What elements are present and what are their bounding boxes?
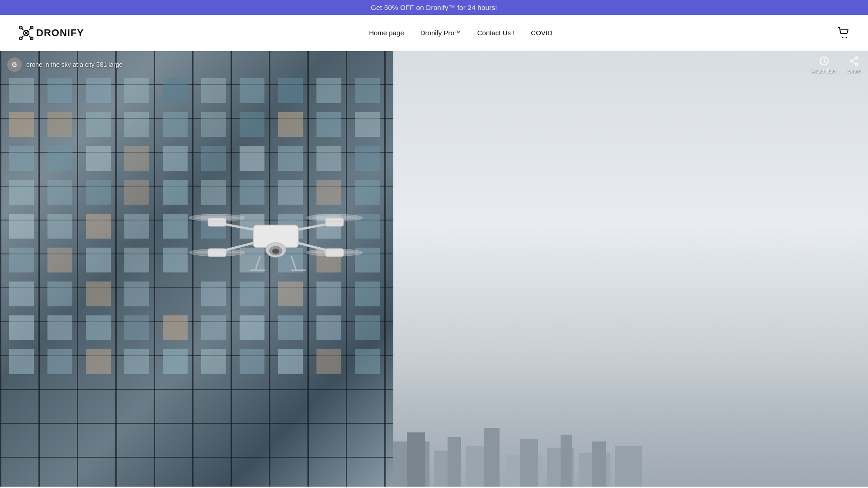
video-area[interactable]: G drone in the sky at a city 581 large W… <box>0 51 868 487</box>
site-header: DRONIFY Home page Dronify Pro™ Contact U… <box>0 15 868 51</box>
share-button[interactable]: Share <box>848 56 861 74</box>
svg-rect-46 <box>592 441 606 487</box>
video-title-area: G drone in the sky at a city 581 large <box>7 57 123 72</box>
svg-rect-44 <box>561 435 572 487</box>
video-right-panel <box>393 51 868 487</box>
svg-point-24 <box>194 216 240 220</box>
watch-later-icon <box>819 56 830 66</box>
promo-text: Get 50% OFF on Dronify™ for 24 hours! <box>371 4 497 11</box>
drone-visual <box>181 189 371 279</box>
svg-rect-36 <box>407 432 425 487</box>
video-top-right-controls: Watch later Share <box>811 56 861 74</box>
svg-point-30 <box>312 250 357 255</box>
svg-rect-38 <box>448 437 461 487</box>
nav-covid[interactable]: COVID <box>531 29 552 37</box>
share-label: Share <box>848 68 861 74</box>
share-icon <box>849 56 859 66</box>
svg-point-50 <box>850 60 853 62</box>
svg-point-26 <box>312 216 357 220</box>
watch-later-label: Watch later <box>811 68 836 74</box>
svg-rect-47 <box>615 446 642 487</box>
promo-banner: Get 50% OFF on Dronify™ for 24 hours! <box>0 0 868 15</box>
svg-rect-40 <box>484 428 500 487</box>
logo-text: DRONIFY <box>36 27 84 39</box>
nav-contact[interactable]: Contact Us ! <box>477 29 515 37</box>
svg-rect-42 <box>520 439 538 487</box>
video-title: drone in the sky at a city 581 large <box>26 61 123 68</box>
video-left-panel <box>0 51 393 487</box>
channel-avatar: G <box>7 57 22 72</box>
cart-icon <box>837 27 850 39</box>
svg-line-32 <box>292 257 296 270</box>
svg-point-14 <box>272 249 279 254</box>
svg-line-53 <box>853 62 856 64</box>
logo[interactable]: DRONIFY <box>18 25 84 41</box>
main-nav: Home page Dronify Pro™ Contact Us ! COVI… <box>369 29 552 37</box>
city-skyline <box>393 405 868 487</box>
svg-line-52 <box>853 59 856 61</box>
svg-point-9 <box>842 37 843 38</box>
nav-pro[interactable]: Dronify Pro™ <box>420 29 461 37</box>
svg-line-31 <box>255 257 260 270</box>
svg-point-10 <box>845 37 847 38</box>
svg-point-49 <box>856 57 858 59</box>
logo-icon <box>18 25 34 41</box>
video-overlay-bar: G drone in the sky at a city 581 large W… <box>0 56 868 74</box>
nav-home[interactable]: Home page <box>369 29 404 37</box>
watch-later-button[interactable]: Watch later <box>811 56 836 74</box>
svg-point-51 <box>856 63 858 66</box>
svg-point-28 <box>194 250 240 255</box>
cart-button[interactable] <box>837 27 850 39</box>
